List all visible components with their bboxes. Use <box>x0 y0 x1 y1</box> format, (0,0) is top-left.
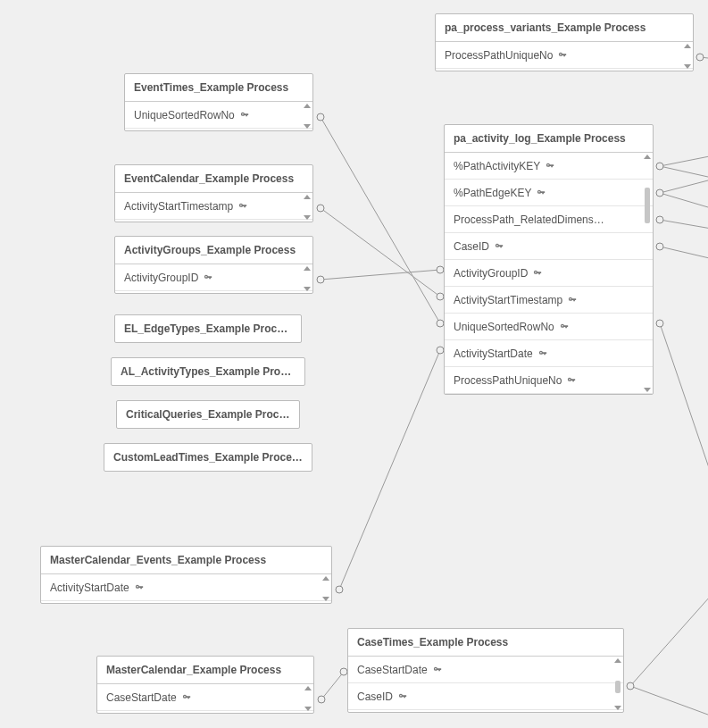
field-label: %PathActivityKEY <box>454 160 540 172</box>
scroll-down-icon[interactable] <box>304 707 312 711</box>
entity-title: CustomLeadTimes_Example Process <box>104 444 312 471</box>
svg-point-31 <box>656 320 663 327</box>
field-label: CaseStartDate <box>357 664 428 676</box>
entity-pa-activity-log[interactable]: pa_activity_log_Example Process %PathAct… <box>444 124 654 395</box>
entity-activity-groups[interactable]: ActivityGroups_Example Process ActivityG… <box>114 236 313 294</box>
field-row[interactable]: CaseID <box>348 683 623 710</box>
scrollbar[interactable] <box>322 576 329 601</box>
field-row[interactable]: CaseStartDate <box>348 657 623 683</box>
entity-title: AL_ActivityTypes_Example Process <box>112 358 304 385</box>
scroll-down-icon[interactable] <box>644 388 651 392</box>
entity-title: CriticalQueries_Example Process <box>117 401 299 428</box>
svg-line-8 <box>660 193 708 214</box>
scroll-up-icon[interactable] <box>644 155 651 159</box>
entity-pa-process-variants[interactable]: pa_process_variants_Example Process Proc… <box>435 13 694 71</box>
scrollbar[interactable] <box>644 155 651 392</box>
field-row[interactable]: ActivityStartDate <box>445 340 653 367</box>
field-row[interactable]: CaseStartDate <box>97 684 313 711</box>
field-label: CaseID <box>357 690 393 703</box>
entity-critical-queries[interactable]: CriticalQueries_Example Process <box>116 400 300 429</box>
field-row[interactable]: CaseID <box>445 233 653 260</box>
field-label: ActivityGroupID <box>124 272 198 284</box>
svg-line-0 <box>321 117 440 323</box>
svg-point-17 <box>317 276 324 283</box>
scrollbar[interactable] <box>304 686 312 711</box>
field-label: ProcessPathUniqueNo <box>445 49 553 62</box>
scrollbar[interactable] <box>304 195 311 220</box>
entity-el-edge-types[interactable]: EL_EdgeTypes_Example Process <box>114 314 302 343</box>
svg-line-5 <box>660 152 708 166</box>
entity-case-times[interactable]: CaseTimes_Example Process CaseStartDate … <box>347 628 624 713</box>
entity-custom-lead-times[interactable]: CustomLeadTimes_Example Process <box>104 443 312 472</box>
entity-title: pa_process_variants_Example Process <box>436 14 693 42</box>
scroll-thumb[interactable] <box>615 681 621 693</box>
scrollbar[interactable] <box>684 44 691 69</box>
key-icon <box>240 111 249 120</box>
scroll-up-icon[interactable] <box>614 658 621 663</box>
scroll-up-icon[interactable] <box>684 44 691 48</box>
svg-point-19 <box>696 54 704 61</box>
entity-master-calendar-events[interactable]: MasterCalendar_Events_Example Process Ac… <box>40 546 332 604</box>
svg-line-7 <box>660 174 708 193</box>
svg-point-15 <box>317 113 324 121</box>
key-icon <box>560 322 569 331</box>
scroll-down-icon[interactable] <box>304 287 311 291</box>
svg-point-24 <box>437 293 444 300</box>
svg-line-2 <box>321 270 440 280</box>
key-icon <box>204 273 212 282</box>
scrollbar[interactable] <box>614 658 621 710</box>
field-row[interactable]: ActivityStartTimestamp <box>115 193 312 220</box>
svg-line-14 <box>630 686 708 724</box>
scroll-up-icon[interactable] <box>304 266 311 271</box>
scroll-down-icon[interactable] <box>304 215 311 220</box>
field-row[interactable]: UniqueSortedRowNo <box>125 102 312 129</box>
scroll-down-icon[interactable] <box>322 597 329 601</box>
entity-event-calendar[interactable]: EventCalendar_Example Process ActivitySt… <box>114 164 313 222</box>
svg-line-4 <box>700 57 708 61</box>
field-row[interactable]: ProcessPathUniqueNo <box>445 367 653 394</box>
field-row[interactable]: UniqueSortedRowNo <box>445 314 653 340</box>
field-row[interactable]: ProcessPathUniqueNo <box>436 42 693 69</box>
entity-al-activity-types[interactable]: AL_ActivityTypes_Example Process <box>111 357 305 386</box>
key-icon <box>546 162 554 171</box>
field-label: ProcessPathUniqueNo <box>454 374 562 387</box>
key-icon <box>135 583 144 592</box>
scroll-thumb[interactable] <box>645 188 650 223</box>
field-label: ActivityStartTimestamp <box>454 294 562 306</box>
field-row[interactable]: ActivityStartTimestamp <box>445 287 653 314</box>
entity-title: MasterCalendar_Events_Example Process <box>41 547 331 574</box>
field-row[interactable]: ActivityGroupID <box>445 260 653 287</box>
svg-point-29 <box>656 216 663 223</box>
scroll-down-icon[interactable] <box>304 124 311 129</box>
field-label: ActivityGroupID <box>454 267 528 280</box>
svg-point-22 <box>627 682 634 690</box>
key-icon <box>495 242 504 251</box>
field-row[interactable]: ProcessPath_RelatedDimens… <box>445 206 653 233</box>
field-label: CaseID <box>454 240 489 253</box>
field-row[interactable]: ActivityGroupID <box>115 264 312 291</box>
field-row[interactable]: %PathEdgeKEY <box>445 180 653 206</box>
scroll-up-icon[interactable] <box>304 104 311 108</box>
scrollbar[interactable] <box>304 104 311 129</box>
entity-title: pa_activity_log_Example Process <box>445 125 653 153</box>
scroll-down-icon[interactable] <box>614 706 621 710</box>
field-label: ActivityStartDate <box>454 347 533 360</box>
key-icon <box>558 51 567 60</box>
scroll-down-icon[interactable] <box>684 64 691 69</box>
field-label: CaseStartDate <box>106 691 177 704</box>
scroll-up-icon[interactable] <box>304 195 311 199</box>
key-icon <box>533 269 542 278</box>
entity-title: EL_EdgeTypes_Example Process <box>115 315 301 342</box>
scroll-up-icon[interactable] <box>322 576 329 581</box>
entity-master-calendar[interactable]: MasterCalendar_Example Process CaseStart… <box>96 656 314 714</box>
scroll-up-icon[interactable] <box>304 686 312 690</box>
svg-point-27 <box>656 163 663 170</box>
field-row[interactable]: ActivityStartDate <box>41 574 331 601</box>
svg-point-25 <box>437 320 444 327</box>
entity-event-times[interactable]: EventTimes_Example Process UniqueSortedR… <box>124 73 313 131</box>
field-row[interactable]: %PathActivityKEY <box>445 153 653 180</box>
svg-line-3 <box>339 350 440 590</box>
field-label: ActivityStartTimestamp <box>124 200 233 213</box>
entity-title: MasterCalendar_Example Process <box>97 657 313 684</box>
scrollbar[interactable] <box>304 266 311 291</box>
